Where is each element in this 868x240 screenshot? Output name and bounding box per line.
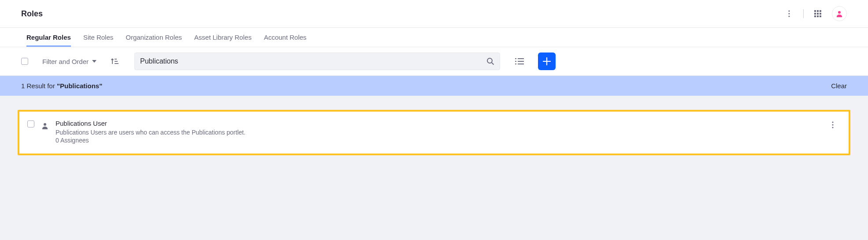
svg-rect-8 <box>820 13 821 15</box>
clear-button[interactable]: Clear <box>831 82 847 90</box>
svg-point-1 <box>788 13 790 14</box>
svg-rect-6 <box>814 13 816 15</box>
svg-point-12 <box>838 11 841 14</box>
svg-rect-10 <box>817 15 819 17</box>
content-area: Publications User Publications Users are… <box>0 96 868 169</box>
view-list-icon[interactable] <box>512 54 527 68</box>
add-button[interactable] <box>538 52 556 70</box>
svg-point-25 <box>832 121 833 123</box>
apps-grid-icon[interactable] <box>811 7 825 21</box>
toolbar: Filter and Order <box>0 47 868 76</box>
svg-rect-11 <box>820 15 821 17</box>
svg-point-27 <box>832 127 833 128</box>
select-all-checkbox[interactable] <box>21 58 28 65</box>
tab-organization-roles[interactable]: Organization Roles <box>126 28 182 47</box>
tab-site-roles[interactable]: Site Roles <box>83 28 113 47</box>
svg-point-26 <box>832 124 833 125</box>
result-row[interactable]: Publications User Publications Users are… <box>18 110 850 155</box>
row-kebab-icon[interactable] <box>827 121 838 128</box>
header-actions <box>782 6 847 21</box>
page-title: Roles <box>21 9 43 19</box>
result-count-text: 1 Result for <box>21 82 57 90</box>
svg-point-0 <box>788 10 790 11</box>
result-query: "Publications" <box>57 82 102 90</box>
plus-icon <box>543 57 551 65</box>
svg-point-16 <box>487 58 492 63</box>
row-assignees: 0 Assignees <box>56 137 820 144</box>
user-icon <box>41 122 48 129</box>
kebab-icon[interactable] <box>782 7 796 21</box>
row-checkbox[interactable] <box>27 120 34 128</box>
row-description: Publications Users are users who can acc… <box>56 129 820 136</box>
user-avatar[interactable] <box>832 6 847 21</box>
filter-order-dropdown[interactable]: Filter and Order <box>42 58 96 65</box>
caret-down-icon <box>92 60 96 63</box>
filter-order-label: Filter and Order <box>42 58 89 65</box>
search-icon[interactable] <box>486 57 494 65</box>
svg-rect-5 <box>820 10 821 12</box>
page-header: Roles <box>0 0 868 28</box>
search-input[interactable] <box>140 57 486 65</box>
svg-line-17 <box>492 63 494 65</box>
row-title: Publications User <box>56 120 820 127</box>
tab-regular-roles[interactable]: Regular Roles <box>26 28 71 47</box>
svg-rect-9 <box>814 15 816 17</box>
svg-rect-4 <box>817 10 819 12</box>
result-summary-text: 1 Result for "Publications" <box>21 82 102 90</box>
svg-point-24 <box>44 123 46 126</box>
svg-rect-7 <box>817 13 819 15</box>
divider <box>803 9 804 18</box>
search-field <box>134 52 500 70</box>
tabs-nav: Regular Roles Site Roles Organization Ro… <box>0 28 868 47</box>
tab-asset-library-roles[interactable]: Asset Library Roles <box>194 28 252 47</box>
svg-rect-3 <box>814 10 816 12</box>
row-details: Publications User Publications Users are… <box>56 120 820 144</box>
tab-account-roles[interactable]: Account Roles <box>264 28 307 47</box>
result-summary-bar: 1 Result for "Publications" Clear <box>0 76 868 96</box>
sort-button[interactable] <box>109 55 121 68</box>
svg-point-2 <box>788 15 790 17</box>
